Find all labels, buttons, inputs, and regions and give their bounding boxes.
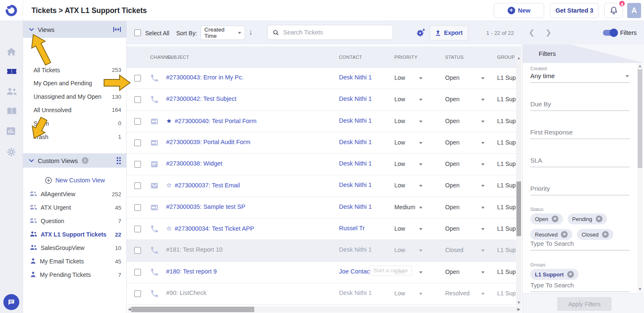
status-search-field[interactable]: Type To Search	[530, 240, 630, 250]
custom-view-item[interactable]: SalesGroupView10	[23, 241, 127, 255]
chip-remove-icon[interactable]: ✕	[561, 231, 568, 238]
row-checkbox[interactable]	[134, 269, 141, 276]
caret-down-icon[interactable]	[481, 185, 485, 187]
first-response-filter-field[interactable]: First Response	[530, 129, 630, 139]
row-checkbox[interactable]	[134, 139, 141, 146]
view-item[interactable]: All Unresolved164	[23, 103, 127, 116]
sort-dropdown[interactable]: Created Time	[201, 26, 245, 40]
contact-link[interactable]: Desk Nithi 1	[339, 289, 372, 296]
table-horizontal-scrollbar[interactable]: ◀ ▶	[128, 306, 521, 313]
contact-link[interactable]: Russel Tr	[339, 225, 365, 231]
ticket-subject-link[interactable]: ☆#273000037: Test Email	[166, 181, 240, 189]
caret-down-icon[interactable]	[481, 121, 485, 123]
chip-remove-icon[interactable]: ✕	[596, 216, 602, 222]
priority-dropdown[interactable]: Low	[394, 225, 405, 232]
ticket-subject-link[interactable]: #273000039: Portal Audit Form	[166, 139, 250, 145]
status-dropdown[interactable]: Open	[445, 268, 459, 275]
prev-page-icon[interactable]: ❮	[529, 28, 534, 37]
chip-remove-icon[interactable]: ✕	[552, 216, 558, 222]
contact-link[interactable]: Desk Nithi 1	[339, 246, 372, 253]
filters-scrollbar[interactable]: ▲ ▼	[637, 63, 643, 292]
sla-filter-field[interactable]: SLA	[530, 157, 630, 167]
fscroll-thumb[interactable]	[638, 69, 642, 168]
status-dropdown[interactable]: Open	[445, 74, 459, 81]
caret-down-icon[interactable]	[481, 99, 485, 101]
status-dropdown[interactable]: Open	[445, 118, 459, 124]
priority-dropdown[interactable]: Low	[394, 118, 405, 124]
status-dropdown[interactable]: Open	[445, 225, 459, 232]
ticket-subject-link[interactable]: #273000042: Test Subject	[166, 95, 236, 102]
created-filter-dropdown[interactable]: Any time	[530, 72, 630, 83]
contact-link[interactable]: Desk Nithi 1	[339, 117, 372, 124]
groups-search-field[interactable]: Type To Search	[530, 281, 630, 292]
caret-down-icon[interactable]	[419, 185, 422, 187]
custom-view-item[interactable]: My Pending Tickets7	[23, 268, 127, 281]
status-dropdown[interactable]: Open	[445, 160, 459, 167]
star-outline-icon[interactable]: ☆	[166, 225, 172, 232]
contact-link[interactable]: Desk Nithi 1	[339, 139, 372, 145]
caret-down-icon[interactable]	[419, 77, 422, 79]
chip-remove-icon[interactable]: ✕	[602, 231, 609, 238]
user-avatar[interactable]: A	[627, 3, 641, 18]
apply-filters-button[interactable]: Apply Filters	[557, 297, 612, 311]
chip-remove-icon[interactable]: ✕	[567, 271, 574, 278]
priority-dropdown[interactable]: Low	[394, 290, 405, 297]
priority-dropdown[interactable]: Low	[394, 74, 405, 81]
info-icon[interactable]: i	[82, 157, 89, 164]
caret-down-icon[interactable]	[481, 207, 485, 209]
status-dropdown[interactable]: Resolved	[445, 290, 469, 297]
rail-contacts-icon[interactable]	[6, 87, 17, 98]
priority-dropdown[interactable]: Medium	[394, 204, 415, 210]
rail-knowledge-base-icon[interactable]	[6, 107, 17, 118]
custom-view-item[interactable]: My Email Tickets45	[23, 255, 127, 268]
export-button[interactable]: Export	[430, 25, 468, 40]
status-chip[interactable]: Pending✕	[568, 213, 607, 224]
caret-down-icon[interactable]	[481, 77, 485, 79]
caret-down-icon[interactable]	[419, 99, 422, 101]
rail-tickets-icon[interactable]	[6, 67, 17, 78]
view-item[interactable]: Spam0	[23, 117, 127, 130]
row-checkbox[interactable]	[134, 226, 141, 232]
contact-link[interactable]: Desk Nithi 1	[339, 181, 372, 188]
sort-direction-icon[interactable]: ↓	[249, 28, 253, 37]
caret-down-icon[interactable]	[481, 228, 485, 230]
row-checkbox[interactable]	[134, 75, 141, 82]
new-custom-view-button[interactable]: New Custom View	[23, 174, 127, 187]
ticket-subject-link[interactable]: #273000035: Sample test SP	[166, 203, 245, 210]
status-dropdown[interactable]: Open	[445, 96, 459, 103]
select-all-checkbox[interactable]	[134, 29, 141, 36]
filters-toggle[interactable]	[603, 30, 617, 36]
custom-views-header[interactable]: Custom Views i	[23, 153, 127, 168]
next-page-icon[interactable]: ❯	[545, 28, 551, 37]
notifications-button[interactable]: 4	[604, 3, 623, 18]
due-by-filter-field[interactable]: Due By	[530, 100, 630, 111]
row-checkbox[interactable]	[134, 96, 141, 103]
caret-down-icon[interactable]	[481, 271, 485, 274]
star-filled-icon[interactable]: ★	[166, 117, 172, 124]
status-chip[interactable]: Open✕	[530, 213, 563, 224]
caret-down-icon[interactable]	[419, 250, 422, 252]
custom-view-item[interactable]: ATX Urgent45	[23, 201, 127, 214]
view-item[interactable]: All Tickets253	[23, 63, 127, 76]
contact-link[interactable]: Desk Nithi 1	[339, 160, 372, 167]
chat-fab-button[interactable]	[3, 294, 19, 310]
contact-link[interactable]: Desk Nithi 1	[339, 95, 372, 102]
custom-view-item[interactable]: ATX L1 Support Tickets22	[23, 228, 127, 241]
drag-grid-icon[interactable]	[117, 157, 121, 164]
row-checkbox[interactable]	[134, 247, 141, 254]
caret-down-icon[interactable]	[481, 293, 485, 295]
custom-view-item[interactable]: Question7	[23, 214, 127, 228]
status-chip[interactable]: Closed✕	[577, 229, 613, 240]
row-checkbox[interactable]	[134, 290, 141, 297]
row-checkbox[interactable]	[134, 161, 141, 168]
priority-dropdown[interactable]: Low	[394, 247, 405, 253]
priority-dropdown[interactable]: Low	[394, 139, 405, 146]
status-dropdown[interactable]: Open	[445, 204, 459, 210]
row-checkbox[interactable]	[134, 204, 141, 211]
ticket-search-input[interactable]: Search Tickets	[267, 25, 393, 40]
status-dropdown[interactable]: Open	[445, 139, 459, 146]
views-header[interactable]: Views	[23, 21, 127, 38]
app-logo[interactable]	[0, 0, 23, 21]
priority-dropdown[interactable]: Low	[394, 96, 405, 103]
vscroll-thumb[interactable]	[516, 181, 521, 236]
